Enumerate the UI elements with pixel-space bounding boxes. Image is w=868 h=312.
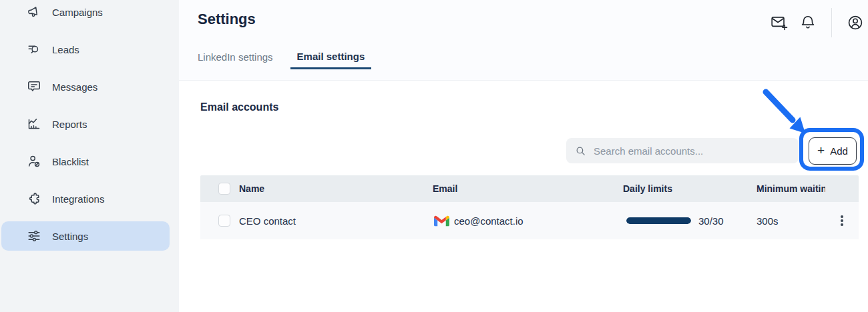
page-header: Settings [179,0,868,81]
search-icon [575,145,586,157]
daily-limit-progress-fill [626,217,691,224]
app-window: Campaigns Leads [0,0,868,312]
column-header-daily-limits: Daily limits [623,175,754,202]
account-email: ceo@contact.io [454,215,523,227]
blocked-user-icon [27,154,41,169]
daily-limit-value: 30/30 [698,215,724,227]
account-name: CEO contact [239,202,433,239]
table-header-row: Name Email Daily limits Minimum waiting [200,175,859,202]
account-icon[interactable] [847,14,864,31]
bar-chart-icon [27,117,41,131]
leads-search-icon [27,42,41,57]
page-title: Settings [198,11,256,28]
new-email-icon[interactable] [771,14,788,31]
sidebar-item-label: Integrations [52,193,104,205]
column-header-name: Name [239,175,433,202]
divider [831,8,832,37]
sidebar-item-campaigns[interactable]: Campaigns [1,0,170,27]
sidebar-item-label: Messages [52,81,97,93]
tab-bar: LinkedIn settings Email settings [198,51,371,69]
notifications-bell-icon[interactable] [799,14,817,31]
tab-email-settings[interactable]: Email settings [290,51,372,69]
table-row: CEO contact ceo@contact.io [200,202,859,239]
top-icon-bar [771,8,864,37]
daily-limit-progressbar [626,217,691,224]
sidebar-nav: Campaigns Leads [0,0,179,251]
message-bubble-icon [27,79,41,94]
search-email-accounts-input[interactable] [566,138,799,163]
tab-linkedin-settings[interactable]: LinkedIn settings [198,51,273,69]
puzzle-icon [27,191,41,206]
sidebar-item-label: Leads [52,44,79,55]
section-title: Email accounts [200,101,278,113]
sidebar-item-reports[interactable]: Reports [1,109,170,139]
add-email-account-button[interactable]: + Add [809,137,857,165]
row-menu-kebab-icon[interactable] [837,211,847,230]
sidebar-item-integrations[interactable]: Integrations [1,184,170,213]
column-header-minimum-waiting: Minimum waiting [754,175,825,202]
sliders-icon [27,229,41,243]
select-all-checkbox[interactable] [218,183,230,195]
plus-icon: + [817,144,825,157]
sidebar-item-blacklist[interactable]: Blacklist [1,147,170,176]
gmail-icon [434,215,449,227]
sidebar-item-label: Blacklist [52,156,89,167]
sidebar-item-label: Settings [52,231,88,242]
add-button-label: Add [830,145,848,157]
sidebar-item-label: Reports [52,119,87,130]
minimum-waiting-value: 300s [754,202,825,239]
sidebar-item-settings[interactable]: Settings [1,221,170,251]
sidebar-item-messages[interactable]: Messages [1,72,170,101]
sidebar-item-leads[interactable]: Leads [1,35,170,64]
search-input[interactable] [592,145,791,157]
row-checkbox[interactable] [218,215,230,227]
main-panel: Settings [179,0,868,312]
sidebar-item-label: Campaigns [52,7,103,18]
email-accounts-table: Name Email Daily limits Minimum waiting … [200,175,859,239]
sidebar: Campaigns Leads [0,0,179,312]
megaphone-icon [27,5,41,19]
column-header-email: Email [433,175,623,202]
